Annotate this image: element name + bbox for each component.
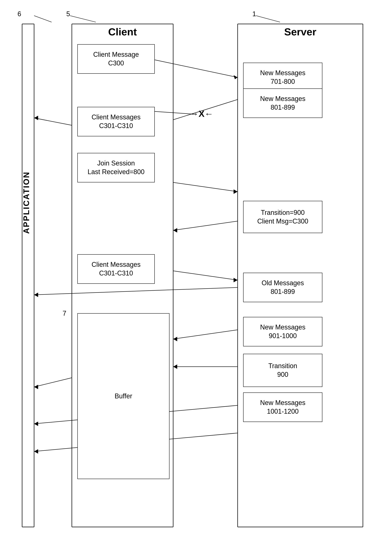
svg-line-26: [173, 330, 238, 339]
old-msg-801-899-box: Old Messages801-899: [243, 273, 322, 302]
label-5: 5: [66, 10, 70, 18]
svg-marker-25: [34, 293, 38, 297]
svg-marker-29: [173, 365, 177, 369]
svg-line-18: [173, 183, 238, 192]
new-msg-801-899-top-box: New Messages801-899: [243, 88, 322, 118]
svg-marker-27: [173, 337, 177, 341]
svg-marker-31: [34, 385, 38, 389]
diagram-container: 6 5 1 7 APPLICATION Client Server Client…: [0, 0, 392, 550]
svg-marker-33: [34, 422, 38, 426]
svg-line-12: [142, 57, 238, 78]
buffer-box: Buffer: [77, 313, 169, 479]
svg-marker-13: [234, 75, 238, 79]
server-header: Server: [238, 26, 363, 38]
arrows-svg: [0, 0, 392, 550]
svg-line-38: [256, 16, 280, 22]
svg-line-36: [34, 16, 52, 22]
transition-900-client-msg-box: Transition=900Client Msg=C300: [243, 201, 322, 233]
client-msgs-c301-c310-top-box: Client MessagesC301-C310: [77, 107, 155, 136]
new-msg-701-800-box: New Messages701-800: [243, 63, 322, 92]
client-header: Client: [72, 26, 173, 38]
svg-line-24: [34, 288, 238, 295]
x-mark: →X←: [190, 109, 213, 119]
new-msg-1001-1200-box: New Messages1001-1200: [243, 393, 322, 422]
application-label: APPLICATION: [22, 74, 31, 332]
client-msgs-c301-c310-bot-box: Client MessagesC301-C310: [77, 254, 155, 284]
client-msg-c300-box: Client MessageC300: [77, 44, 155, 74]
label-7: 7: [63, 310, 66, 317]
svg-marker-17: [34, 116, 38, 120]
label-1: 1: [252, 10, 256, 18]
new-msg-901-1000-box: New Messages901-1000: [243, 317, 322, 346]
svg-marker-19: [234, 190, 238, 194]
svg-line-30: [34, 378, 72, 387]
svg-line-37: [70, 16, 96, 22]
transition-900-box: Transition900: [243, 354, 322, 387]
svg-marker-21: [173, 228, 177, 233]
join-session-box: Join SessionLast Received=800: [77, 153, 155, 183]
svg-marker-23: [234, 278, 238, 282]
svg-marker-35: [34, 449, 38, 454]
svg-line-22: [173, 271, 238, 280]
svg-line-20: [173, 221, 238, 230]
svg-line-16: [34, 118, 72, 125]
label-6: 6: [17, 10, 21, 18]
